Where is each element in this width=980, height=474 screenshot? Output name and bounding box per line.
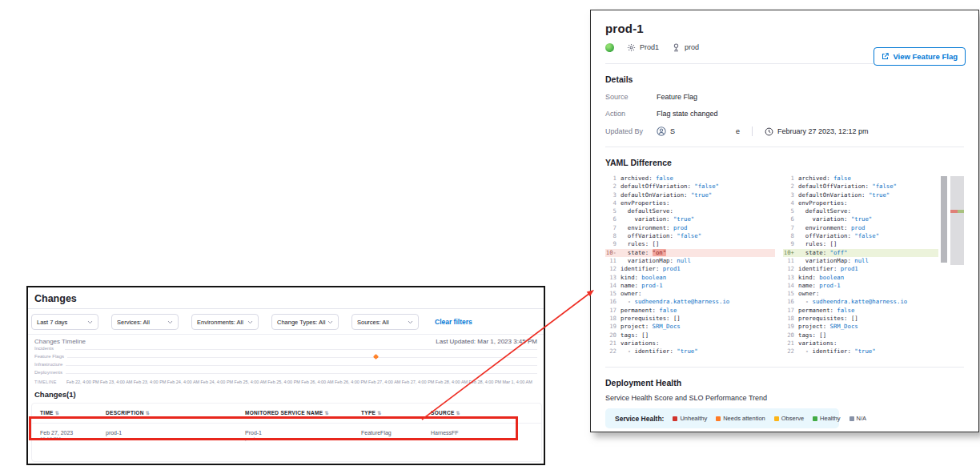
yaml-line: 21variations:: [783, 339, 938, 347]
yaml-line: 7 environment: prod: [783, 224, 938, 232]
column-header-type[interactable]: TYPE⇅: [361, 410, 382, 416]
view-feature-flag-button[interactable]: View Feature Flag: [874, 47, 966, 66]
yaml-code: defaultServe:: [798, 207, 851, 215]
line-number: 6: [605, 215, 621, 223]
changes-timeline-title: Changes Timeline: [34, 338, 86, 345]
timeline-row-incidents: Incidents: [34, 346, 540, 352]
table-row-prod-1[interactable]: Feb 27, 2023 12:12 PM prod-1 Prod-1 prod…: [32, 424, 541, 449]
timeline-ticks: Feb 22, 4:00 PM Feb 23, 4:00 AM Feb 23, …: [66, 380, 532, 384]
line-number: 10+: [783, 249, 798, 257]
yaml-code: identifier: prod1: [621, 265, 681, 273]
yaml-line: 16 - sudheendra.katte@harness.io: [605, 298, 775, 306]
filter-sources-label: Sources: All: [357, 319, 389, 326]
line-number: 14: [783, 282, 798, 290]
yaml-line: 2defaultOffVariation: "false": [605, 183, 775, 191]
timeline-track: [65, 373, 537, 374]
yaml-line: 9 rules: []: [783, 240, 938, 248]
column-header-time[interactable]: TIME⇅: [40, 410, 59, 416]
yaml-line: 4envProperties:: [783, 199, 938, 207]
line-number: 20: [605, 331, 621, 339]
yaml-code: prerequisites: []: [798, 315, 858, 323]
yaml-code: rules: []: [621, 240, 659, 248]
tick-label: Feb 23, 4:00 AM: [100, 380, 132, 384]
filter-change-types[interactable]: Change Types: All: [271, 314, 339, 330]
detail-row-updated-by: Updated By S e February 27 2023, 12:12 p…: [605, 127, 964, 136]
yaml-line: 19project: SRM_Docs: [605, 323, 775, 331]
yaml-code: defaultOnVariation: "true": [621, 191, 712, 199]
divider: [28, 308, 544, 309]
yaml-code: envProperties:: [798, 199, 848, 207]
line-number: 16: [605, 298, 621, 306]
gear-icon: [627, 43, 636, 52]
line-number: 3: [783, 191, 798, 199]
diff-minimap[interactable]: [950, 176, 964, 265]
yaml-line: 22 - identifier: "true": [783, 347, 938, 356]
filter-time-range[interactable]: Last 7 days: [31, 314, 98, 330]
column-header-source[interactable]: SOURCE⇅: [431, 410, 460, 416]
filter-environments[interactable]: Environments: All: [191, 314, 259, 330]
changes-count: Changes(1): [34, 390, 76, 399]
column-header-description[interactable]: DESCRIPTION⇅: [106, 410, 150, 416]
cell-time: Feb 27, 2023 12:12 PM: [40, 430, 73, 441]
changes-table: TIME⇅ DESCRIPTION⇅ MONITORED SERVICE NAM…: [31, 403, 542, 462]
yaml-code: kind: boolean: [621, 274, 666, 282]
yaml-line: 6 variation: "true": [783, 215, 938, 223]
yaml-code: archived: false: [798, 175, 851, 183]
tick-label: Feb 23, 4:00 PM: [134, 380, 167, 384]
legend-item-needs-attention: Needs attention: [716, 415, 765, 422]
yaml-line: 12identifier: prod1: [783, 265, 938, 273]
clear-filters-link[interactable]: Clear filters: [435, 318, 472, 326]
legend-item-observe: Observe: [774, 415, 804, 422]
line-number: 11: [605, 257, 621, 265]
yaml-line: 7 environment: prod: [605, 224, 775, 232]
detail-row-source: Source Feature Flag: [605, 93, 964, 101]
line-number: 9: [605, 240, 621, 248]
cell-type: FeatureFlag: [361, 430, 392, 436]
column-header-monitored-service-name[interactable]: MONITORED SERVICE NAME⇅: [245, 410, 329, 416]
timeline-row-feature-flags: Feature Flags: [34, 354, 540, 360]
tick-label: Feb 27, 4:00 AM: [368, 380, 400, 384]
tick-label: Feb 26, 4:00 AM: [301, 380, 333, 384]
yaml-diff-before-pane: 1archived: false2defaultOffVariation: "f…: [605, 175, 775, 356]
yaml-code: name: prod-1: [798, 282, 841, 290]
filter-services[interactable]: Services: All: [111, 314, 179, 330]
line-number: 12: [605, 265, 621, 273]
feature-flag-event-marker[interactable]: [373, 354, 379, 360]
line-number: 6: [783, 215, 798, 223]
yaml-code: defaultOffVariation: "false": [798, 183, 897, 191]
tick-label: Feb 28, 4:00 AM: [436, 380, 468, 384]
tick-label: Feb 28, 4:00 PM: [469, 380, 502, 384]
yaml-line: 1archived: false: [783, 175, 938, 183]
yaml-code: environment: prod: [798, 224, 865, 232]
yaml-code: variation: "true": [621, 215, 694, 223]
line-number: 1: [783, 175, 798, 183]
yaml-line: 1archived: false: [605, 175, 775, 183]
yaml-diff-after-pane: 1archived: false2defaultOffVariation: "f…: [783, 175, 938, 356]
line-number: 5: [783, 207, 798, 215]
filter-sources[interactable]: Sources: All: [351, 314, 419, 330]
yaml-line: 18prerequisites: []: [605, 315, 775, 323]
minimap-added-marker: [958, 210, 964, 213]
diff-scrollbar-thumb[interactable]: [941, 176, 947, 263]
updated-by-name-end: e: [736, 127, 740, 135]
timeline-row-infrastructure: Infrastructure: [34, 362, 540, 368]
divider: [605, 147, 964, 147]
yaml-line: 3defaultOnVariation: "true": [605, 191, 775, 199]
environment-icon: [672, 43, 681, 52]
chevron-down-icon: [167, 320, 173, 324]
yaml-code: defaultServe:: [621, 207, 673, 215]
line-number: 22: [783, 347, 798, 356]
legend-swatch: [813, 416, 817, 421]
action-value: Flag state changed: [657, 110, 718, 118]
legend-swatch: [673, 416, 677, 421]
line-number: 22: [605, 347, 621, 356]
yaml-line: 21variations:: [605, 339, 775, 347]
line-number: 19: [783, 323, 798, 331]
updated-by-name-start: S: [670, 127, 675, 135]
yaml-code: - identifier: "true": [798, 347, 876, 356]
line-number: 19: [605, 323, 621, 331]
yaml-code: prerequisites: []: [621, 315, 681, 323]
yaml-code: - sudheendra.katte@harness.io: [621, 298, 729, 306]
line-number: 4: [605, 199, 621, 207]
line-number: 5: [605, 207, 621, 215]
